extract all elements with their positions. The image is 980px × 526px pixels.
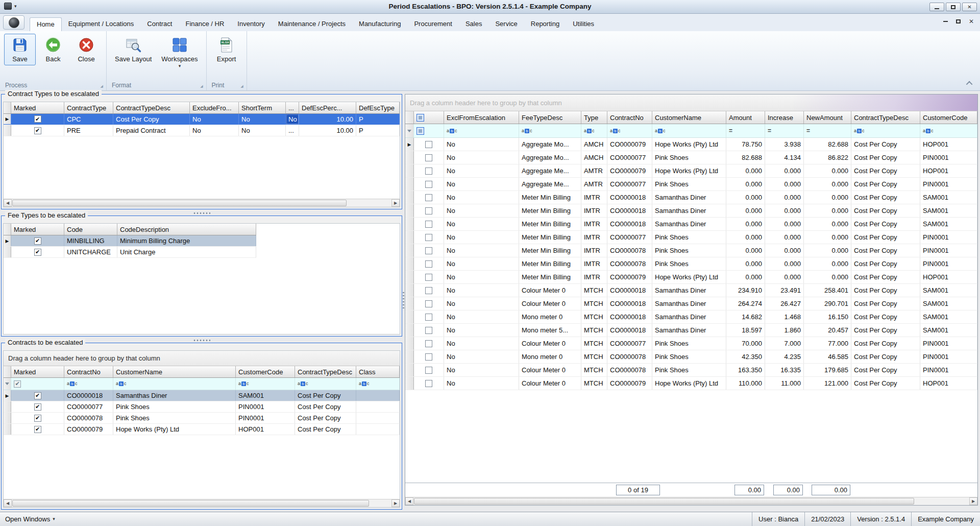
grid-cell[interactable]: Cost Per Copy bbox=[295, 413, 356, 423]
grid-cell[interactable]: Cost Per Copy bbox=[851, 350, 920, 363]
text-filter-icon[interactable]: abc bbox=[584, 129, 595, 133]
close-button[interactable]: Close bbox=[70, 34, 102, 65]
column-header-increase[interactable]: Increase bbox=[765, 111, 804, 124]
grid-cell[interactable]: IMTR bbox=[581, 191, 607, 204]
grid-cell[interactable]: 14.682 bbox=[726, 310, 765, 323]
grid-cell[interactable]: 78.750 bbox=[726, 138, 765, 151]
marked-cell[interactable] bbox=[11, 424, 64, 435]
grid-cell[interactable]: HOP001 bbox=[920, 138, 977, 151]
close-window-button[interactable]: ✕ bbox=[962, 3, 977, 11]
scroll-right-arrow[interactable]: ▶ bbox=[391, 499, 400, 507]
grid-row[interactable]: NoMono meter 0MTCHCO0000078Pink Shoes42.… bbox=[405, 350, 977, 364]
minimize-button[interactable] bbox=[929, 3, 944, 11]
grid-cell[interactable]: Cost Per Copy bbox=[851, 337, 920, 350]
filter-cell[interactable] bbox=[414, 124, 444, 137]
row-checkbox[interactable] bbox=[425, 380, 432, 387]
grid-cell[interactable]: 0.000 bbox=[765, 164, 804, 177]
grid-cell[interactable] bbox=[356, 424, 400, 435]
grid-row[interactable]: ▶CO0000018Samanthas DinerSAM001Cost Per … bbox=[4, 390, 400, 401]
grid-cell[interactable]: Mono meter 5... bbox=[519, 324, 581, 337]
grid-row[interactable]: CO0000079Hope Works (Pty) LtdHOP001Cost … bbox=[4, 424, 400, 435]
filter-cell[interactable]: abc bbox=[920, 124, 977, 137]
grid-cell[interactable]: ... bbox=[286, 125, 299, 136]
grid-cell[interactable]: Meter Min Billing bbox=[519, 218, 581, 230]
grid-cell[interactable]: 20.457 bbox=[804, 324, 851, 337]
tab-utilities[interactable]: Utilities bbox=[566, 17, 601, 31]
column-header-select[interactable] bbox=[414, 111, 444, 124]
grid-cell[interactable]: AMTR bbox=[581, 164, 607, 177]
column-header-defescperc-[interactable]: DefEscPerc... bbox=[299, 102, 356, 113]
grid-row[interactable]: NoColour Meter 0MTCHCO0000018Samanthas D… bbox=[405, 284, 977, 297]
column-header-contracttypedesc[interactable]: ContractTypeDesc bbox=[295, 366, 356, 377]
grid-cell[interactable]: Samanthas Diner bbox=[652, 310, 726, 323]
grid-cell[interactable]: No bbox=[444, 350, 519, 363]
grid-cell[interactable]: Cost Per Copy bbox=[851, 218, 920, 230]
scroll-left-arrow[interactable]: ◀ bbox=[4, 199, 12, 207]
grid-cell[interactable]: IMTR bbox=[581, 257, 607, 270]
contracts-hscrollbar[interactable]: ◀ ▶ bbox=[4, 499, 400, 507]
grid-cell[interactable]: No bbox=[444, 271, 519, 283]
tab-equipment-locations[interactable]: Equipment / Locations bbox=[62, 17, 141, 31]
grid-cell[interactable]: 258.401 bbox=[804, 284, 851, 297]
grid-cell[interactable]: No bbox=[444, 218, 519, 230]
contract-types-hscrollbar[interactable]: ◀ ▶ bbox=[4, 199, 400, 207]
row-checkbox[interactable] bbox=[425, 260, 432, 268]
grid-cell[interactable]: 0.000 bbox=[765, 231, 804, 244]
grid-cell[interactable]: 264.274 bbox=[726, 297, 765, 310]
marked-cell[interactable] bbox=[414, 364, 444, 376]
text-filter-icon[interactable]: abc bbox=[655, 129, 666, 133]
grid-cell[interactable]: CO0000018 bbox=[607, 297, 652, 310]
marked-cell[interactable] bbox=[11, 125, 64, 136]
grid-cell[interactable]: PIN0001 bbox=[920, 244, 977, 257]
grid-cell[interactable]: Colour Meter 0 bbox=[519, 297, 581, 310]
workspaces-button[interactable]: Workspaces ▾ bbox=[157, 34, 202, 70]
grid-cell[interactable]: Colour Meter 0 bbox=[519, 364, 581, 376]
grid-cell[interactable]: 4.235 bbox=[765, 350, 804, 363]
column-header-marked[interactable]: Marked bbox=[11, 102, 64, 113]
row-checkbox[interactable] bbox=[425, 207, 432, 214]
tab-sales[interactable]: Sales bbox=[459, 17, 489, 31]
grid-cell[interactable]: 0.000 bbox=[804, 204, 851, 217]
grid-cell[interactable]: 16.150 bbox=[804, 310, 851, 323]
column-header-code[interactable]: Code bbox=[64, 224, 117, 235]
grid-cell[interactable]: CO0000077 bbox=[607, 337, 652, 350]
grid-cell[interactable]: PIN0001 bbox=[920, 257, 977, 270]
column-header-customercode[interactable]: CustomerCode bbox=[920, 111, 977, 124]
filter-cell[interactable]: abc bbox=[851, 124, 920, 137]
grid-row[interactable]: NoColour Meter 0MTCHCO0000079Hope Works … bbox=[405, 377, 977, 390]
grid-cell[interactable]: MTCH bbox=[581, 284, 607, 297]
grid-cell[interactable]: Hope Works (Pty) Ltd bbox=[113, 424, 236, 435]
grid-cell[interactable]: Cost Per Copy bbox=[851, 257, 920, 270]
grid-cell[interactable]: CO0000078 bbox=[607, 350, 652, 363]
row-checkbox[interactable] bbox=[425, 353, 432, 361]
grid-cell[interactable]: PRE bbox=[64, 125, 113, 136]
grid-cell[interactable]: UNITCHARGE bbox=[64, 247, 117, 257]
column-header-contracttypedesc[interactable]: ContractTypeDesc bbox=[113, 102, 190, 113]
grid-cell[interactable]: CO0000078 bbox=[64, 413, 113, 423]
marked-cell[interactable] bbox=[414, 231, 444, 244]
application-button[interactable] bbox=[3, 15, 24, 30]
grid-cell[interactable]: CO0000078 bbox=[607, 257, 652, 270]
grid-cell[interactable]: 10.00 bbox=[299, 125, 356, 136]
grid-cell[interactable]: Cost Per Copy bbox=[851, 178, 920, 190]
column-header-shortterm[interactable]: ShortTerm bbox=[239, 102, 286, 113]
grid-cell[interactable]: Samanthas Diner bbox=[113, 390, 236, 401]
marked-cell[interactable] bbox=[11, 401, 64, 412]
column-header-contracttype[interactable]: ContractType bbox=[64, 102, 113, 113]
grid-cell[interactable]: Hope Works (Pty) Ltd bbox=[652, 377, 726, 390]
grid-cell[interactable]: 0.000 bbox=[804, 231, 851, 244]
text-filter-icon[interactable]: abc bbox=[359, 381, 370, 386]
child-minimize-button[interactable] bbox=[943, 21, 948, 22]
grid-cell[interactable]: Meter Min Billing bbox=[519, 231, 581, 244]
grid-cell[interactable]: Meter Min Billing bbox=[519, 271, 581, 283]
grid-cell[interactable]: Mono meter 0 bbox=[519, 350, 581, 363]
column-header-newamount[interactable]: NewAmount bbox=[804, 111, 851, 124]
grid-cell[interactable]: No bbox=[444, 244, 519, 257]
grid-cell[interactable]: Colour Meter 0 bbox=[519, 377, 581, 390]
grid-cell[interactable]: IMTR bbox=[581, 218, 607, 230]
grid-cell[interactable]: CO0000077 bbox=[64, 401, 113, 412]
filter-cell[interactable] bbox=[11, 378, 64, 390]
grid-row[interactable]: NoAggregate Mo...AMCHCO0000077Pink Shoes… bbox=[405, 151, 977, 164]
grid-row[interactable]: NoColour Meter 0MTCHCO0000018Samanthas D… bbox=[405, 297, 977, 310]
grid-cell[interactable]: AMCH bbox=[581, 151, 607, 164]
